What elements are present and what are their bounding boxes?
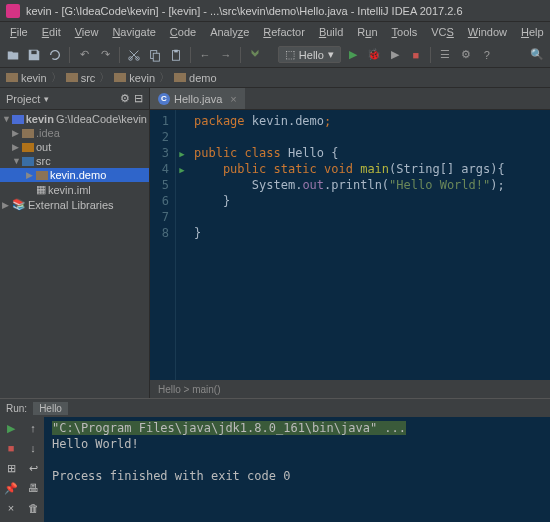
stop-icon[interactable]: ■: [407, 46, 425, 64]
chevron-down-icon: ▾: [328, 48, 334, 61]
help-icon[interactable]: ?: [478, 46, 496, 64]
folder-icon: [114, 73, 126, 82]
tree-item-out[interactable]: ▶ out: [0, 140, 149, 154]
close-icon[interactable]: ×: [4, 501, 18, 515]
debug-icon[interactable]: 🐞: [365, 46, 383, 64]
app-icon: [6, 4, 20, 18]
structure-icon[interactable]: ☰: [436, 46, 454, 64]
menu-vcs[interactable]: VCS: [425, 24, 460, 40]
run-main-icon[interactable]: ▶: [176, 162, 188, 178]
project-panel-header[interactable]: Project ▾ ⚙ ⊟: [0, 88, 149, 110]
tree-item-src[interactable]: ▼ src: [0, 154, 149, 168]
layout-icon[interactable]: ⊞: [4, 461, 18, 475]
package-icon: [36, 171, 48, 180]
folder-icon: [66, 73, 78, 82]
menu-run[interactable]: Run: [351, 24, 383, 40]
separator: [240, 47, 241, 63]
cut-icon[interactable]: [125, 46, 143, 64]
menu-view[interactable]: View: [69, 24, 105, 40]
line-number-gutter: 12345678: [150, 110, 176, 380]
down-icon[interactable]: ↓: [26, 441, 40, 455]
tree-item-iml[interactable]: ▦ kevin.iml: [0, 182, 149, 197]
breadcrumb-item[interactable]: kevin: [6, 72, 47, 84]
rerun-icon[interactable]: ▶: [4, 421, 18, 435]
separator: [119, 47, 120, 63]
project-panel: Project ▾ ⚙ ⊟ ▼ kevin G:\IdeaCode\kevin …: [0, 88, 150, 398]
run-tool-window: Run: Hello ▶ ■ ⊞ 📌 × ↑ ↓ ↩ 🖶 🗑 "C:\Progr…: [0, 398, 550, 522]
library-icon: 📚: [12, 198, 26, 211]
toolbar: ↶ ↷ ← → ⬚ Hello ▾ ▶ 🐞 ▶ ■ ☰ ⚙ ? 🔍: [0, 42, 550, 68]
file-icon: ▦: [36, 183, 46, 196]
editor-tabs: C Hello.java ×: [150, 88, 550, 110]
window-title: kevin - [G:\IdeaCode\kevin] - [kevin] - …: [26, 5, 463, 17]
run-panel-header: Run: Hello: [0, 399, 550, 417]
redo-icon[interactable]: ↷: [96, 46, 114, 64]
editor-tab-label: Hello.java: [174, 93, 222, 105]
project-tree: ▼ kevin G:\IdeaCode\kevin ▶ .idea ▶ out …: [0, 110, 149, 398]
gear-icon[interactable]: ⚙: [120, 92, 130, 105]
collapse-icon[interactable]: ⊟: [134, 92, 143, 105]
stop-icon[interactable]: ■: [4, 441, 18, 455]
run-class-icon[interactable]: ▶: [176, 146, 188, 162]
menu-window[interactable]: Window: [462, 24, 513, 40]
tree-root[interactable]: ▼ kevin G:\IdeaCode\kevin: [0, 112, 149, 126]
breadcrumb-bar: kevin 〉 src 〉 kevin 〉 demo: [0, 68, 550, 88]
wrap-icon[interactable]: ↩: [26, 461, 40, 475]
pin-icon[interactable]: 📌: [4, 481, 18, 495]
run-panel-name[interactable]: Hello: [33, 402, 68, 415]
copy-icon[interactable]: [146, 46, 164, 64]
print-icon[interactable]: 🖶: [26, 481, 40, 495]
tree-item-idea[interactable]: ▶ .idea: [0, 126, 149, 140]
forward-icon[interactable]: →: [217, 46, 235, 64]
menu-build[interactable]: Build: [313, 24, 349, 40]
menu-tools[interactable]: Tools: [386, 24, 424, 40]
build-icon[interactable]: [246, 46, 264, 64]
menu-code[interactable]: Code: [164, 24, 202, 40]
search-icon[interactable]: 🔍: [528, 46, 546, 64]
src-folder-icon: [22, 157, 34, 166]
breadcrumb-item[interactable]: src: [66, 72, 96, 84]
console-output[interactable]: "C:\Program Files\java\jdk1.8.0_161\bin\…: [44, 417, 550, 522]
project-panel-title: Project: [6, 93, 40, 105]
breadcrumb-item[interactable]: kevin: [114, 72, 155, 84]
svg-rect-6: [174, 49, 178, 52]
tree-item-external[interactable]: ▶📚 External Libraries: [0, 197, 149, 212]
run-config-selector[interactable]: ⬚ Hello ▾: [278, 46, 341, 63]
code-editor[interactable]: 12345678 ▶▶ package kevin.demo; public c…: [150, 110, 550, 380]
trash-icon[interactable]: 🗑: [26, 501, 40, 515]
run-config-name: Hello: [299, 49, 324, 61]
run-config-icon: ⬚: [285, 48, 295, 61]
title-bar: kevin - [G:\IdeaCode\kevin] - [kevin] - …: [0, 0, 550, 22]
menu-refactor[interactable]: Refactor: [257, 24, 311, 40]
undo-icon[interactable]: ↶: [75, 46, 93, 64]
up-icon[interactable]: ↑: [26, 421, 40, 435]
menu-file[interactable]: File: [4, 24, 34, 40]
separator: [69, 47, 70, 63]
java-class-icon: C: [158, 93, 170, 105]
folder-icon: [22, 143, 34, 152]
settings-icon[interactable]: ⚙: [457, 46, 475, 64]
menu-edit[interactable]: Edit: [36, 24, 67, 40]
coverage-icon[interactable]: ▶: [386, 46, 404, 64]
svg-rect-4: [153, 53, 159, 61]
folder-icon: [22, 129, 34, 138]
editor-tab-hello[interactable]: C Hello.java ×: [150, 88, 245, 109]
run-icon[interactable]: ▶: [344, 46, 362, 64]
refresh-icon[interactable]: [46, 46, 64, 64]
close-icon[interactable]: ×: [230, 93, 236, 105]
editor-breadcrumb[interactable]: Hello > main(): [150, 380, 550, 398]
console-line: Hello World!: [52, 437, 542, 453]
breadcrumb-item[interactable]: demo: [174, 72, 217, 84]
menu-navigate[interactable]: Navigate: [106, 24, 161, 40]
open-icon[interactable]: [4, 46, 22, 64]
save-icon[interactable]: [25, 46, 43, 64]
tree-item-package[interactable]: ▶ kevin.demo: [0, 168, 149, 182]
paste-icon[interactable]: [167, 46, 185, 64]
code-content[interactable]: package kevin.demo; public class Hello {…: [188, 110, 550, 380]
folder-icon: [174, 73, 186, 82]
run-panel-label: Run:: [6, 403, 27, 414]
menu-analyze[interactable]: Analyze: [204, 24, 255, 40]
back-icon[interactable]: ←: [196, 46, 214, 64]
menu-help[interactable]: Help: [515, 24, 550, 40]
console-command: "C:\Program Files\java\jdk1.8.0_161\bin\…: [52, 421, 406, 435]
